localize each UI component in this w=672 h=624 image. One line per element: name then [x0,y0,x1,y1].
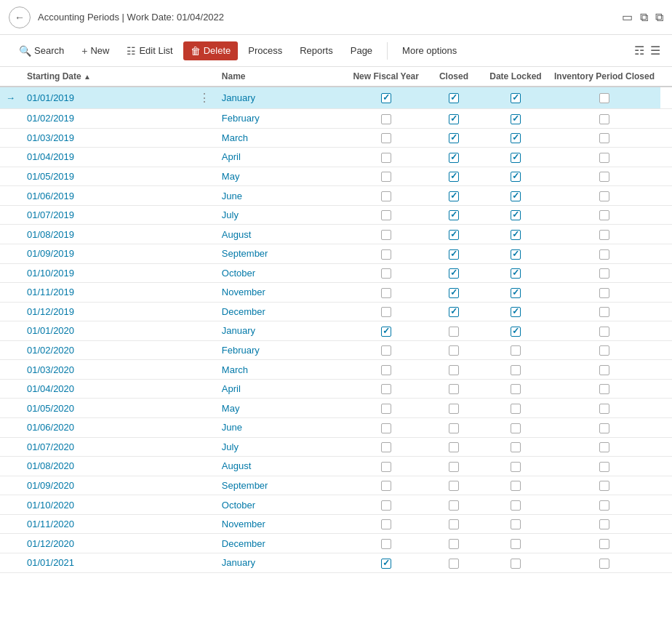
starting-date-cell[interactable]: 01/04/2019 [21,148,193,167]
starting-date-cell[interactable]: 01/09/2020 [21,476,193,495]
closed-cell[interactable] [425,514,483,534]
newFiscalYear-cell[interactable] [347,263,425,283]
closed-cell[interactable] [425,379,483,399]
starting-date-cell[interactable]: 01/12/2020 [21,534,193,553]
dateLocked-cell[interactable] [483,379,548,399]
table-row[interactable]: 01/01/2021January [0,553,672,572]
inventoryPeriodClosed-cell[interactable] [548,437,660,457]
reports-button[interactable]: Reports [292,41,340,60]
starting-date-cell[interactable]: 01/01/2020 [21,321,193,341]
name-cell[interactable]: April [216,379,348,399]
table-row[interactable]: 01/09/2019September [0,244,672,263]
closed-cell[interactable] [425,225,483,244]
inventoryPeriodClosed-cell[interactable] [548,128,660,148]
dateLocked-cell[interactable] [483,399,548,418]
newFiscalYear-cell[interactable] [347,534,425,553]
name-cell[interactable]: January [216,87,348,109]
dateLocked-cell[interactable] [483,437,548,457]
search-button[interactable]: 🔍 Search [12,41,71,60]
dateLocked-checkbox[interactable] [511,153,521,163]
closed-cell[interactable] [425,244,483,263]
back-button[interactable]: ← [9,7,31,28]
page-button[interactable]: Page [343,41,380,60]
inventoryPeriodClosed-checkbox[interactable] [599,559,609,569]
name-cell[interactable]: October [216,263,348,283]
expand-icon[interactable]: ⧉ [655,11,663,24]
starting-date-cell[interactable]: 01/05/2019 [21,167,193,186]
closed-checkbox[interactable] [449,384,459,394]
table-row[interactable]: 01/01/2020January [0,321,672,341]
inventoryPeriodClosed-checkbox[interactable] [599,307,609,317]
inventoryPeriodClosed-cell[interactable] [548,205,660,225]
starting-date-cell[interactable]: 01/10/2020 [21,495,193,515]
inventoryPeriodClosed-cell[interactable] [548,495,660,515]
dateLocked-cell[interactable] [483,225,548,244]
table-row[interactable]: →01/01/2019⋮January [0,87,672,109]
newFiscalYear-cell[interactable] [347,225,425,244]
name-cell[interactable]: December [216,302,348,321]
dateLocked-checkbox[interactable] [511,327,521,337]
name-cell[interactable]: November [216,283,348,303]
dateLocked-cell[interactable] [483,186,548,206]
closed-checkbox[interactable] [449,230,459,240]
dateLocked-checkbox[interactable] [511,519,521,529]
name-cell[interactable]: June [216,186,348,206]
dateLocked-checkbox[interactable] [511,307,521,317]
newFiscalYear-cell[interactable] [347,321,425,341]
share-icon[interactable]: ⧉ [640,11,648,24]
name-cell[interactable]: July [216,205,348,225]
newFiscalYear-checkbox[interactable] [381,93,391,103]
inventoryPeriodClosed-checkbox[interactable] [599,133,609,143]
newFiscalYear-checkbox[interactable] [381,442,391,452]
closed-cell[interactable] [425,186,483,206]
inventoryPeriodClosed-checkbox[interactable] [599,114,609,124]
dateLocked-cell[interactable] [483,283,548,303]
newFiscalYear-checkbox[interactable] [381,462,391,472]
closed-checkbox[interactable] [449,172,459,182]
col-name[interactable]: Name [216,67,348,87]
dateLocked-cell[interactable] [483,205,548,225]
inventoryPeriodClosed-checkbox[interactable] [599,93,609,103]
table-row[interactable]: 01/09/2020September [0,476,672,495]
inventoryPeriodClosed-cell[interactable] [548,360,660,380]
newFiscalYear-checkbox[interactable] [381,327,391,337]
newFiscalYear-checkbox[interactable] [381,345,391,356]
closed-cell[interactable] [425,534,483,553]
name-cell[interactable]: April [216,148,348,167]
dateLocked-checkbox[interactable] [511,93,521,103]
inventoryPeriodClosed-checkbox[interactable] [599,268,609,279]
closed-cell[interactable] [425,457,483,476]
starting-date-cell[interactable]: 01/07/2019 [21,205,193,225]
closed-cell[interactable] [425,321,483,341]
starting-date-cell[interactable]: 01/01/2021 [21,553,193,572]
newFiscalYear-checkbox[interactable] [381,268,391,279]
closed-checkbox[interactable] [449,249,459,260]
table-row[interactable]: 01/07/2019July [0,205,672,225]
name-cell[interactable]: February [216,109,348,129]
newFiscalYear-cell[interactable] [347,148,425,167]
closed-checkbox[interactable] [449,481,459,491]
inventoryPeriodClosed-checkbox[interactable] [599,442,609,452]
closed-checkbox[interactable] [449,500,459,511]
dateLocked-checkbox[interactable] [511,462,521,472]
newFiscalYear-checkbox[interactable] [381,191,391,201]
inventoryPeriodClosed-checkbox[interactable] [599,462,609,472]
inventoryPeriodClosed-cell[interactable] [548,167,660,186]
closed-checkbox[interactable] [449,442,459,452]
newFiscalYear-checkbox[interactable] [381,249,391,260]
newFiscalYear-cell[interactable] [347,186,425,206]
closed-checkbox[interactable] [449,423,459,433]
closed-checkbox[interactable] [449,93,459,103]
newFiscalYear-checkbox[interactable] [381,500,391,511]
dateLocked-cell[interactable] [483,263,548,283]
inventoryPeriodClosed-checkbox[interactable] [599,365,609,375]
dateLocked-checkbox[interactable] [511,114,521,124]
name-cell[interactable]: October [216,495,348,515]
starting-date-cell[interactable]: 01/03/2020 [21,360,193,380]
dateLocked-checkbox[interactable] [511,481,521,491]
dateLocked-cell[interactable] [483,514,548,534]
table-row[interactable]: 01/04/2020April [0,379,672,399]
closed-cell[interactable] [425,167,483,186]
table-row[interactable]: 01/05/2019May [0,167,672,186]
dateLocked-checkbox[interactable] [511,133,521,143]
